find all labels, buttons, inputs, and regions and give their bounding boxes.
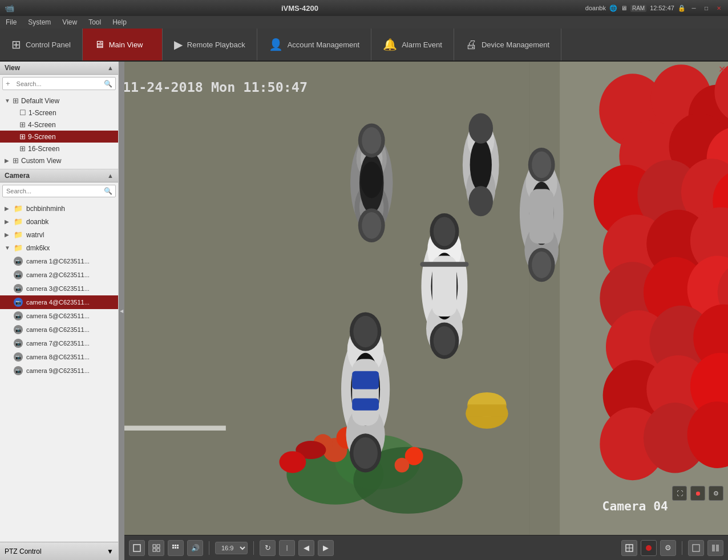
single-screen-button[interactable] — [129, 540, 145, 556]
minimize-button[interactable]: ─ — [689, 4, 698, 12]
bchbinhminh-folder-icon: 📁 — [14, 204, 23, 213]
config-button[interactable]: ⚙ — [660, 540, 676, 556]
tree-4screen[interactable]: ⊞ 4-Screen — [0, 119, 118, 131]
menu-file[interactable]: File — [3, 17, 19, 27]
video-record-button[interactable]: ⏺ — [690, 486, 705, 501]
restore-button[interactable]: □ — [702, 4, 711, 12]
view-mode-button-1[interactable] — [688, 540, 704, 556]
aspect-ratio-select[interactable]: 16:9 4:3 Auto — [215, 542, 248, 554]
doanbk-expand[interactable]: ▶ — [5, 218, 10, 225]
camera-group-dmk6kx[interactable]: ▼ 📁 dmk6kx — [0, 241, 118, 254]
camera-item-9[interactable]: 📷 camera 9@C623511... — [0, 364, 118, 378]
camera-3-icon: 📷 — [14, 284, 23, 293]
tab-device-management[interactable]: 🖨 Device Management — [454, 29, 561, 60]
bchbinhminh-expand[interactable]: ▶ — [5, 205, 10, 212]
svg-point-39 — [395, 458, 410, 473]
camera-collapse-icon[interactable]: ▲ — [107, 172, 114, 179]
clock: 12:52:47 — [650, 5, 674, 11]
camera-item-5[interactable]: 📷 camera 5@C623511... — [0, 309, 118, 323]
tree-9screen[interactable]: ⊞ 9-Screen — [0, 131, 118, 143]
svg-rect-105 — [177, 547, 179, 549]
tree-1screen[interactable]: ☐ 1-Screen — [0, 107, 118, 119]
svg-rect-104 — [175, 547, 176, 549]
svg-rect-101 — [175, 545, 176, 546]
view-mode-button-2[interactable] — [707, 540, 723, 556]
layout-button-1[interactable] — [621, 540, 637, 556]
menu-tool[interactable]: Tool — [86, 17, 103, 27]
tab-account-management[interactable]: 👤 Account Management — [257, 29, 371, 60]
camera-3-label: camera 3@C623511... — [26, 285, 90, 292]
camera-group-doanbk[interactable]: ▶ 📁 doanbk — [0, 215, 118, 228]
separator-btn[interactable]: | — [279, 540, 295, 556]
tree-default-view[interactable]: ▼ ⊞ Default View — [0, 95, 118, 107]
prev-camera-button[interactable]: ◀ — [298, 540, 314, 556]
menu-help[interactable]: Help — [110, 17, 129, 27]
menu-view[interactable]: View — [60, 17, 79, 27]
screen9-icon: ⊞ — [19, 132, 26, 141]
view-search-bar[interactable]: + 🔍 — [2, 77, 116, 90]
dmk6kx-expand[interactable]: ▼ — [5, 245, 10, 251]
tab-control-panel[interactable]: ⊞ Control Panel — [0, 29, 83, 60]
svg-point-82 — [532, 151, 551, 178]
view-collapse-icon[interactable]: ▲ — [107, 64, 114, 71]
view-search-add-icon[interactable]: + — [3, 78, 13, 90]
video-area: 11-24-2018 Mon 11:50:47 Camera 04 ⛶ ⏺ ⚙ — [124, 62, 728, 535]
main-view-icon: 🖥 — [94, 39, 104, 51]
quad-screen-button[interactable] — [148, 540, 164, 556]
video-fullscreen-button[interactable]: ⛶ — [672, 486, 687, 501]
camera-search-bar[interactable]: 🔍 — [2, 185, 116, 197]
custom-view-expand-icon[interactable]: ▶ — [5, 157, 10, 164]
camera-4-icon: 📷 — [14, 298, 23, 307]
view-search-input[interactable] — [13, 79, 101, 89]
video-settings-button[interactable]: ⚙ — [709, 486, 723, 501]
default-view-label: Default View — [21, 97, 59, 105]
audio-button[interactable]: 🔊 — [187, 540, 203, 556]
next-camera-button[interactable]: ▶ — [318, 540, 334, 556]
mini-screen-button[interactable] — [168, 540, 184, 556]
camera-search-input[interactable] — [3, 186, 101, 196]
svg-point-70 — [353, 316, 378, 347]
svg-point-88 — [470, 138, 492, 192]
svg-rect-99 — [157, 549, 160, 551]
screen16-icon: ⊞ — [19, 144, 26, 153]
tab-alarm-event-label: Alarm Event — [402, 40, 442, 49]
camera-7-label: camera 7@C623511... — [26, 340, 90, 347]
ptz-expand-icon[interactable]: ▼ — [107, 547, 114, 555]
camera-item-8[interactable]: 📷 camera 8@C623511... — [0, 350, 118, 364]
video-close-button[interactable]: ✕ — [718, 64, 726, 75]
camera-9-label: camera 9@C623511... — [26, 367, 90, 374]
tab-main-view[interactable]: 🖥 Main View — [83, 29, 163, 60]
screen1-icon: ☐ — [19, 108, 26, 117]
camera-item-7[interactable]: 📷 camera 7@C623511... — [0, 336, 118, 350]
camera-section-header: Camera ▲ — [0, 169, 118, 182]
tree-16screen[interactable]: ⊞ 16-Screen — [0, 143, 118, 155]
tab-remote-playback[interactable]: ▶ Remote Playback — [163, 29, 257, 60]
camera-item-6[interactable]: 📷 camera 6@C623511... — [0, 323, 118, 336]
app-icon: 📹 — [5, 3, 14, 13]
camera-item-2[interactable]: 📷 camera 2@C623511... — [0, 268, 118, 282]
watrvl-expand[interactable]: ▶ — [5, 232, 10, 238]
doanbk-folder-icon: 📁 — [14, 217, 23, 226]
camera-item-1[interactable]: 📷 camera 1@C623511... — [0, 254, 118, 268]
ptz-section[interactable]: PTZ Control ▼ — [0, 542, 118, 560]
camera-group-bchbinhminh[interactable]: ▶ 📁 bchbinhminh — [0, 202, 118, 215]
tree-custom-view[interactable]: ▶ ⊞ Custom View — [0, 155, 118, 167]
camera-item-3[interactable]: 📷 camera 3@C623511... — [0, 282, 118, 295]
view-search-icon[interactable]: 🔍 — [101, 78, 115, 90]
camera-group-watrvl[interactable]: ▶ 📁 watrvl — [0, 228, 118, 241]
record-button[interactable] — [641, 540, 657, 556]
camera-8-label: camera 8@C623511... — [26, 354, 90, 360]
camera-item-4[interactable]: 📷 camera 4@C623511... — [0, 295, 118, 309]
audio-icon: 🔊 — [191, 544, 200, 552]
default-view-expand-icon[interactable]: ▼ — [5, 98, 10, 104]
close-button[interactable]: ✕ — [714, 4, 723, 12]
camera-search-icon[interactable]: 🔍 — [101, 185, 115, 197]
menu-system[interactable]: System — [26, 17, 53, 27]
remote-playback-icon: ▶ — [174, 38, 183, 51]
refresh-button[interactable]: ↻ — [260, 540, 276, 556]
screen9-label: 9-Screen — [28, 133, 56, 141]
tab-alarm-event[interactable]: 🔔 Alarm Event — [371, 29, 454, 60]
svg-rect-111 — [716, 545, 719, 551]
view-section-icons: ▲ — [107, 64, 114, 71]
sidebar-collapse-handle[interactable]: ◀ — [119, 62, 124, 560]
